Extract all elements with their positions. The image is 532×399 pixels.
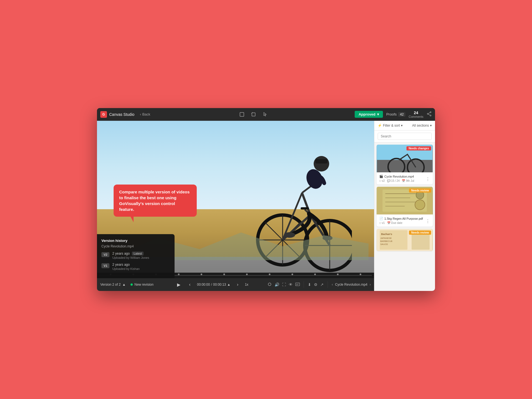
- crop-tool-icon[interactable]: [250, 111, 257, 118]
- calendar-icon-2: 📅: [387, 221, 390, 224]
- filter-icon: ⚡: [378, 124, 382, 127]
- proof-due-2: 📅 Due date: [387, 221, 403, 224]
- video-frame: Compare multiple version of videos to fi…: [97, 121, 374, 291]
- comments-count: 24: [414, 111, 418, 115]
- version-selector-label: Version 2 of 2: [100, 283, 121, 287]
- proof-card-bbq[interactable]: Bachan's JAPANESE BARBECUE SAUCE Needs r…: [377, 229, 433, 251]
- svg-point-4: [430, 112, 431, 113]
- settings-icon[interactable]: ⚙: [314, 282, 318, 287]
- proofs-badge: Proofs 42: [386, 112, 405, 117]
- proof-card-cycle-revolution[interactable]: Needs changes 🎬 Cycle Revolution.mp4 □ v…: [377, 145, 433, 185]
- filter-sort-button[interactable]: ⚡ Filter & sort ▾: [378, 124, 403, 127]
- version-history-panel: Version history Cycle Revolution.mp4 V2 …: [97, 234, 175, 278]
- loop-icon[interactable]: [267, 282, 272, 287]
- app-logo: G Canvas Studio: [100, 111, 134, 118]
- play-button[interactable]: ▶: [175, 281, 183, 288]
- svg-point-43: [415, 200, 425, 210]
- proof-card-regen[interactable]: Needs review 📄 1.5kg Regen All Purpose.p…: [377, 187, 433, 227]
- search-input[interactable]: [378, 133, 432, 140]
- playback-speed[interactable]: 1x: [245, 283, 249, 287]
- version-icon-1: □: [379, 179, 381, 182]
- download-icon[interactable]: ⬇: [308, 282, 311, 287]
- prev-file-icon[interactable]: ‹: [332, 283, 333, 287]
- tooltip-text: Compare multiple version of videos to fi…: [119, 190, 190, 212]
- proof-thumbnail-2: Needs review: [377, 187, 433, 214]
- proof-more-button-1[interactable]: ⋮: [424, 176, 431, 182]
- version-v1-badge: V1: [101, 263, 109, 268]
- filter-chevron-icon: ▾: [401, 124, 403, 127]
- proof-meta-1: □ v2 💬 15 / 24 📅 9th Jul: [379, 179, 430, 182]
- svg-text:BARBECUE: BARBECUE: [380, 240, 393, 242]
- proof-list: Needs changes 🎬 Cycle Revolution.mp4 □ v…: [374, 142, 435, 291]
- all-sections-label: All sections: [412, 124, 429, 127]
- svg-point-5: [430, 115, 431, 116]
- captions-icon[interactable]: [295, 282, 300, 287]
- toolbar-right: Approved ▾ Proofs 42 24 Comments: [355, 111, 432, 118]
- proof-thumbnail-3: Bachan's JAPANESE BARBECUE SAUCE Needs r…: [377, 229, 433, 251]
- new-revision-dot-icon: [131, 283, 133, 286]
- version-v1-meta: 2 years ago: [112, 263, 139, 267]
- timeline-marker: [360, 273, 361, 275]
- all-sections-dropdown[interactable]: All sections ▾: [412, 124, 432, 127]
- app-window: G Canvas Studio ‹ Back: [97, 108, 435, 291]
- proof-name-2: 📄 1.5kg Regen All Purpose.pdf: [379, 217, 430, 220]
- version-v2-badge: V2: [101, 252, 109, 257]
- svg-line-8: [428, 114, 430, 115]
- proof-version-1: □ v2: [379, 179, 385, 182]
- current-time: 00:00:00: [197, 283, 210, 287]
- proof-more-button-2[interactable]: ⋮: [424, 218, 431, 224]
- time-separator: /: [211, 283, 212, 287]
- svg-point-6: [427, 113, 428, 114]
- approved-button[interactable]: Approved ▾: [355, 111, 383, 118]
- toolbar-center: [156, 111, 351, 118]
- fullscreen-icon[interactable]: ⛶: [282, 282, 286, 287]
- timeline-marker: [337, 273, 339, 275]
- back-button[interactable]: ‹ Back: [138, 111, 152, 117]
- proof-version-2: □ v1: [379, 221, 385, 224]
- current-file-name: Cycle Revolution.mp4: [335, 283, 367, 287]
- version-icon-2: □: [379, 221, 381, 224]
- version-v2-time: 2 years ago: [112, 252, 130, 255]
- proofs-label: Proofs: [386, 112, 397, 116]
- eye-icon[interactable]: 👁: [289, 282, 293, 287]
- cursor-tool-icon[interactable]: [262, 111, 269, 118]
- timeline-marker: [291, 273, 293, 275]
- time-display: 00:00:00 / 00:00:13 ▲: [197, 283, 231, 287]
- version-item-v2[interactable]: V2 2 years ago Latest Uploaded by Willia…: [101, 252, 170, 259]
- new-revision-label: New revision: [134, 283, 154, 287]
- share-icon[interactable]: [427, 111, 432, 117]
- next-file-icon[interactable]: ›: [370, 283, 371, 287]
- file-name-bar: ‹ Cycle Revolution.mp4 ›: [332, 283, 371, 287]
- proofs-count: 42: [398, 112, 405, 117]
- right-panel-header: ⚡ Filter & sort ▾ All sections ▾: [374, 121, 435, 131]
- rectangle-tool-icon[interactable]: [238, 111, 245, 118]
- svg-rect-30: [296, 283, 300, 286]
- status-badge-2: Needs review: [409, 188, 431, 193]
- time-expand-icon[interactable]: ▲: [227, 283, 231, 287]
- comments-button[interactable]: 24 Comments: [409, 111, 423, 118]
- bottom-icons: 🔊 ⛶ 👁: [267, 282, 300, 287]
- search-bar: [374, 131, 435, 142]
- new-revision-button[interactable]: New revision: [128, 282, 156, 288]
- pdf-file-icon: 📄: [379, 217, 383, 220]
- comments-label: Comments: [409, 115, 423, 118]
- bottom-bar: Version 2 of 2 ▲ New revision ▶ ‹ 00:00:…: [97, 278, 374, 291]
- top-bar: G Canvas Studio ‹ Back: [97, 108, 435, 121]
- proof-meta-2: □ v1 📅 Due date: [379, 221, 430, 224]
- status-badge-3: Needs review: [409, 231, 431, 235]
- version-selector[interactable]: Version 2 of 2 ▲: [100, 283, 126, 287]
- svg-rect-27: [315, 159, 328, 163]
- proof-comments-1: 💬 15 / 24: [387, 179, 400, 182]
- app-logo-icon: G: [100, 111, 107, 118]
- version-v2-uploader: Uploaded by William Jones: [112, 256, 149, 259]
- sections-chevron-icon: ▾: [430, 124, 432, 127]
- timeline-marker: [223, 273, 225, 275]
- open-external-icon[interactable]: ↗: [320, 282, 324, 287]
- version-v2-meta: 2 years ago Latest: [112, 252, 149, 255]
- prev-frame-button[interactable]: ‹: [186, 281, 194, 288]
- next-frame-button[interactable]: ›: [234, 281, 242, 288]
- app-title: Canvas Studio: [109, 112, 134, 117]
- video-file-icon: 🎬: [379, 175, 383, 178]
- version-item-v1[interactable]: V1 2 years ago Uploaded by Kishan: [101, 263, 170, 270]
- volume-icon[interactable]: 🔊: [275, 282, 279, 287]
